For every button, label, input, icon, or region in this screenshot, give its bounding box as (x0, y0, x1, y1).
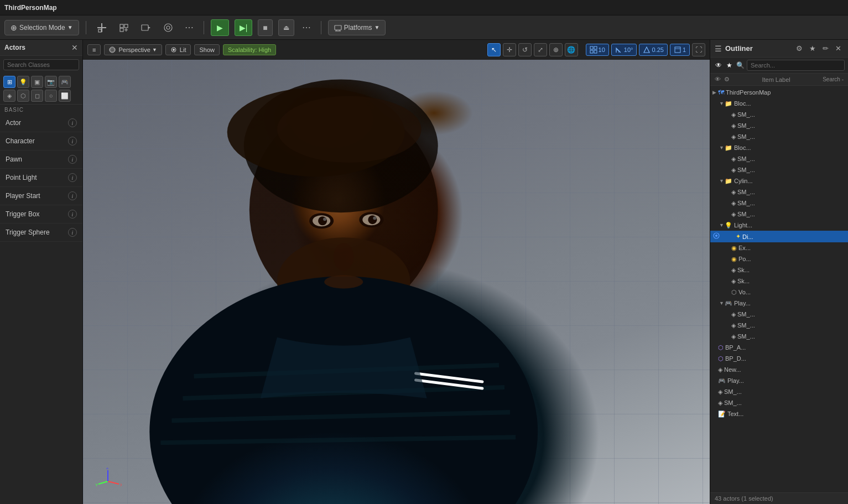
filter-cube-btn[interactable]: ◻ (31, 90, 43, 102)
cinematics-btn[interactable] (137, 20, 155, 35)
tree-item-sm-8[interactable]: ◈ SM_... (710, 209, 848, 220)
tree-item-sm-7[interactable]: ◈ SM_... (710, 198, 848, 209)
svg-point-33 (323, 217, 326, 221)
actor-info-character[interactable]: i (68, 137, 77, 146)
eject-btn[interactable]: ⏏ (278, 19, 294, 36)
viewport-menu-btn[interactable]: ≡ (87, 44, 101, 55)
stop-btn[interactable]: ■ (258, 19, 272, 36)
tree-item-post-process[interactable]: ◉ Po... (710, 253, 848, 264)
search-right-label: Search - (823, 76, 844, 82)
actor-item-player-start[interactable]: Player Start i (0, 187, 82, 205)
search-classes-input[interactable] (3, 59, 79, 70)
tree-item-sm-p2[interactable]: ◈ SM_... (710, 320, 848, 331)
scale-grid-btn[interactable]: 0.25 (639, 44, 667, 56)
filter-light-btn[interactable]: 💡 (17, 76, 29, 88)
actor-info-player-start[interactable]: i (68, 191, 77, 200)
tree-item-new[interactable]: ◈ New... (710, 364, 848, 375)
add-actor-btn[interactable] (93, 20, 111, 35)
outliner-close-btn[interactable]: ✕ (833, 43, 844, 54)
outliner-star-filter[interactable]: ★ (725, 60, 734, 70)
actor-info-actor[interactable]: i (68, 118, 77, 127)
move-tool-btn[interactable]: ✛ (503, 43, 516, 56)
rotate-tool-btn[interactable]: ↺ (518, 43, 532, 56)
tree-item-sm-1[interactable]: ◈ SM_... (710, 109, 848, 120)
tree-item-sm-p3[interactable]: ◈ SM_... (710, 331, 848, 342)
tree-item-volume[interactable]: ⬡ Vo... (710, 287, 848, 298)
outliner-pencil-btn[interactable]: ✏ (820, 43, 831, 54)
outliner-search-input[interactable] (747, 60, 845, 71)
world-btn[interactable]: 🌐 (565, 43, 578, 56)
show-btn[interactable]: Show (194, 44, 220, 55)
fullscreen-btn[interactable]: ⛶ (692, 43, 705, 56)
outliner-pin-btn[interactable]: ★ (807, 43, 818, 54)
actor-item-trigger-sphere[interactable]: Trigger Sphere i (0, 224, 82, 242)
tree-item-thirdpersonmap[interactable]: ▶ 🗺 ThirdPersonMap (710, 87, 848, 98)
svg-rect-47 (675, 47, 680, 53)
filter-all-btn[interactable]: ⊞ (3, 76, 15, 88)
tree-item-sm-6[interactable]: ◈ SM_... (710, 186, 848, 198)
filter-geo-btn[interactable]: ◈ (3, 90, 15, 102)
tree-item-sk-1[interactable]: ◈ Sk... (710, 264, 848, 276)
filter-sphere-btn[interactable]: ○ (45, 90, 57, 102)
outliner-settings-btn[interactable]: ⚙ (794, 43, 805, 54)
tree-item-sm-3[interactable]: ◈ SM_... (710, 131, 848, 142)
filter-mesh-btn[interactable]: ▣ (31, 76, 43, 88)
tree-item-block-1[interactable]: ▼ 📁 Bloc... (710, 98, 848, 109)
tree-item-sm-2[interactable]: ◈ SM_... (710, 120, 848, 131)
filter-extra-btn[interactable]: ⬜ (59, 90, 71, 102)
platforms-btn[interactable]: Platforms ▼ (328, 20, 386, 35)
tree-item-player-group[interactable]: ▼ 🎮 Play... (710, 298, 848, 309)
col-visibility-icon[interactable]: 👁 (715, 76, 721, 83)
tree-item-sm-final-2[interactable]: ◈ SM_... (710, 397, 848, 408)
outliner-tree[interactable]: ▶ 🗺 ThirdPersonMap ▼ 📁 Bloc... ◈ SM_... (710, 86, 848, 492)
tools-btn[interactable] (159, 20, 177, 35)
tree-item-text[interactable]: 📝 Text... (710, 408, 848, 419)
tree-item-exponential[interactable]: ◉ Ex... (710, 242, 848, 253)
actor-item-pawn[interactable]: Pawn i (0, 150, 82, 169)
actor-item-character[interactable]: Character i (0, 132, 82, 150)
tree-item-sm-final-1[interactable]: ◈ SM_... (710, 386, 848, 397)
tree-item-directional-light[interactable]: ✦ Di... (710, 231, 848, 242)
lit-btn[interactable]: Lit (165, 44, 191, 55)
actor-info-pawn[interactable]: i (68, 155, 77, 164)
scalability-btn[interactable]: Scalability: High (223, 44, 276, 55)
misc-btn[interactable]: ⋯ (181, 20, 197, 35)
viewport[interactable]: ≡ Perspective ▼ Lit Show Scalability: Hi… (83, 40, 710, 504)
angle-btn[interactable]: 10° (611, 44, 637, 56)
col-lock-icon[interactable]: ⚙ (724, 76, 730, 83)
svg-rect-43 (590, 46, 593, 49)
select-tool-btn[interactable]: ↖ (487, 43, 501, 56)
viewport-right-tools: ↖ ✛ ↺ ⤢ ⊕ 🌐 10 10° 0.25 (487, 43, 705, 56)
selection-mode-btn[interactable]: ⊕ Selection Mode ▼ (4, 20, 79, 35)
perspective-btn[interactable]: Perspective ▼ (104, 44, 162, 55)
actor-item-trigger-box[interactable]: Trigger Box i (0, 205, 82, 224)
play-btn[interactable]: ▶ (211, 19, 229, 36)
actor-item-point-light[interactable]: Point Light i (0, 169, 82, 187)
layer-btn[interactable]: 1 (670, 44, 690, 56)
transform-tool-btn[interactable]: ⊕ (549, 43, 563, 56)
tree-item-bp-d[interactable]: ⬡ BP_D... (710, 353, 848, 364)
actor-info-point-light[interactable]: i (68, 173, 77, 182)
blueprints-btn[interactable] (115, 20, 133, 35)
play-options-btn[interactable]: ⋯ (299, 20, 314, 35)
actor-info-trigger-box[interactable]: i (68, 210, 77, 219)
tree-item-sm-p1[interactable]: ◈ SM_... (710, 309, 848, 320)
actor-info-trigger-sphere[interactable]: i (68, 228, 77, 237)
tree-item-sm-4[interactable]: ◈ SM_... (710, 153, 848, 164)
tree-item-block-2[interactable]: ▼ 📁 Bloc... (710, 142, 848, 153)
grid-btn[interactable]: 10 (586, 44, 609, 56)
play-at-btn[interactable]: ▶| (235, 19, 253, 36)
tree-item-light-group[interactable]: ▼ 💡 Light... (710, 220, 848, 231)
filter-vol-btn[interactable]: ⬡ (17, 90, 29, 102)
filter-pawn-btn[interactable]: 🎮 (59, 76, 71, 88)
tree-item-cylinder[interactable]: ▼ 📁 Cylin... (710, 175, 848, 186)
actor-item-actor[interactable]: Actor i (0, 114, 82, 132)
tree-item-player-start[interactable]: 🎮 Play... (710, 375, 848, 386)
tree-item-bp-a[interactable]: ⬡ BP_A... (710, 342, 848, 353)
filter-camera-btn[interactable]: 📷 (45, 76, 57, 88)
actors-close-btn[interactable]: ✕ (71, 43, 78, 52)
tree-item-sk-2[interactable]: ◈ Sk... (710, 276, 848, 287)
tree-item-sm-5[interactable]: ◈ SM_... (710, 164, 848, 175)
outliner-visibility-filter[interactable]: 👁 (714, 60, 724, 70)
scale-tool-btn[interactable]: ⤢ (534, 43, 547, 56)
